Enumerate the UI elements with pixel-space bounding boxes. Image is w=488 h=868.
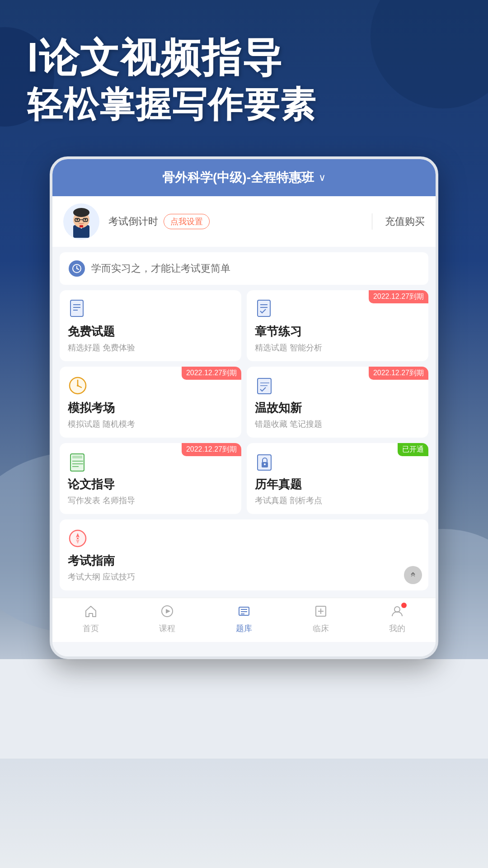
svg-rect-14	[70, 300, 83, 316]
card-exam-guide[interactable]: 考试指南 考试大纲 应试技巧	[60, 519, 428, 590]
card-paper-guide[interactable]: 2022.12.27到期 论文指导 写作发表 名师指导	[60, 443, 241, 514]
card-mock-exam[interactable]: 2022.12.27到期 模拟考场 模拟试题 随机模考	[60, 367, 241, 438]
svg-rect-29	[72, 456, 82, 458]
vertical-divider	[372, 213, 373, 230]
profile-icon	[390, 604, 404, 621]
svg-point-24	[77, 385, 79, 387]
countdown-set-button[interactable]: 点我设置	[164, 214, 210, 229]
card-title: 章节练习	[255, 324, 420, 340]
nav-course-label: 课程	[159, 623, 175, 634]
svg-point-39	[77, 538, 79, 539]
svg-line-13	[77, 269, 79, 269]
motto-text: 学而实习之，才能让考试更简单	[91, 262, 230, 275]
doc-check-icon	[255, 299, 275, 319]
card-desc: 考试真题 剖析考点	[255, 495, 420, 506]
card-desc: 考试大纲 应试技巧	[68, 571, 420, 582]
card-past-papers[interactable]: 已开通 历年真题 考试真题 剖析考点	[247, 443, 428, 514]
svg-rect-10	[80, 225, 83, 227]
card-title: 模拟考场	[68, 400, 233, 416]
hero-section: l论文视频指导 轻松掌握写作要素	[0, 0, 488, 143]
svg-point-9	[84, 219, 86, 221]
play-icon	[160, 604, 174, 621]
bottom-section	[0, 659, 488, 759]
svg-marker-42	[166, 609, 170, 613]
cards-grid: 免费试题 精选好题 免费体验 2022.12.27到期 章节练习 精选试题 智能…	[52, 290, 436, 590]
card-title: 免费试题	[68, 324, 233, 340]
recharge-button[interactable]: 充值购买	[385, 215, 425, 228]
card-title: 论文指导	[68, 476, 233, 492]
nav-home[interactable]: 首页	[68, 604, 113, 634]
compass-icon	[68, 528, 88, 548]
motto-row: 学而实习之，才能让考试更简单	[60, 252, 428, 285]
device-mockup: 骨外科学(中级)-全程特惠班 ∨	[50, 156, 438, 659]
nav-mine-label: 我的	[389, 623, 405, 634]
paper-icon	[68, 452, 88, 472]
doc-lock-icon	[255, 452, 275, 472]
svg-rect-25	[258, 378, 271, 394]
card-chapter-practice[interactable]: 2022.12.27到期 章节练习 精选试题 智能分析	[247, 290, 428, 361]
svg-point-4	[73, 208, 89, 217]
app-content: 骨外科学(中级)-全程特惠班 ∨	[52, 159, 436, 656]
countdown-section: 考试倒计时 点我设置	[108, 214, 359, 229]
card-desc: 精选试题 智能分析	[255, 342, 420, 353]
svg-point-8	[76, 219, 78, 221]
avatar-image	[63, 203, 99, 240]
card-title: 历年真题	[255, 476, 420, 492]
card-review[interactable]: 2022.12.27到期 温故知新 错题收藏 笔记搜题	[247, 367, 428, 438]
app-header[interactable]: 骨外科学(中级)-全程特惠班 ∨	[52, 159, 436, 196]
doc-icon	[68, 299, 88, 319]
home-icon	[84, 604, 98, 621]
review-badge: 2022.12.27到期	[369, 367, 428, 380]
card-title: 温故知新	[255, 400, 420, 416]
card-desc: 写作发表 名师指导	[68, 495, 233, 506]
nav-questions[interactable]: 题库	[221, 604, 267, 634]
nav-home-label: 首页	[83, 623, 99, 634]
avatar	[63, 203, 99, 240]
mock-badge: 2022.12.27到期	[182, 367, 241, 380]
clock-icon	[68, 376, 88, 396]
card-desc: 模拟试题 随机模考	[68, 419, 233, 429]
nav-questions-label: 题库	[236, 623, 252, 634]
card-title: 考试指南	[68, 553, 420, 569]
clock-icon	[69, 260, 85, 277]
book-check-icon	[255, 376, 275, 396]
nav-course[interactable]: 课程	[145, 604, 190, 634]
clinic-icon	[314, 604, 328, 621]
questions-icon	[237, 604, 251, 621]
svg-rect-18	[258, 300, 270, 316]
nav-mine[interactable]: 我的	[375, 604, 420, 634]
nav-clinic[interactable]: 临床	[298, 604, 343, 634]
card-desc: 错题收藏 笔记搜题	[255, 419, 420, 429]
countdown-label: 考试倒计时	[108, 215, 158, 228]
paper-badge: 2022.12.27到期	[182, 443, 241, 456]
svg-point-35	[264, 463, 266, 465]
past-badge: 已开通	[398, 443, 428, 456]
profile-row: 考试倒计时 点我设置 充值购买	[52, 196, 436, 247]
header-title: 骨外科学(中级)-全程特惠班	[162, 169, 314, 186]
card-desc: 精选好题 免费体验	[68, 342, 233, 353]
card-free-questions[interactable]: 免费试题 精选好题 免费体验	[60, 290, 241, 361]
chevron-down-icon: ∨	[319, 172, 326, 184]
bottom-nav: 首页 课程	[52, 598, 436, 642]
hero-title-line1: l论文视频指导	[27, 36, 461, 80]
chapter-badge: 2022.12.27到期	[369, 290, 428, 303]
nav-clinic-label: 临床	[313, 623, 329, 634]
hero-title-line2: 轻松掌握写作要素	[27, 85, 461, 125]
